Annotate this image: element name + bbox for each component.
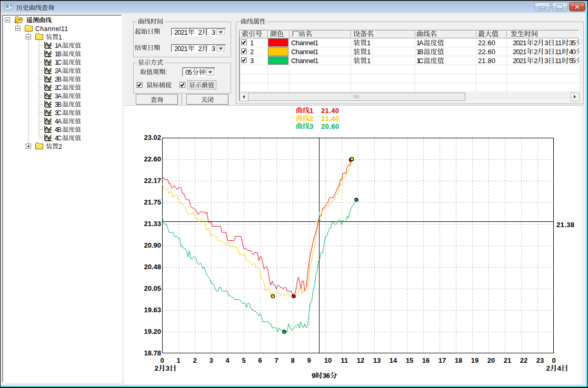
svg-text:23: 23 (536, 356, 544, 364)
svg-text:11: 11 (555, 48, 562, 56)
svg-text:2: 2 (198, 45, 202, 53)
svg-text:22: 22 (520, 356, 527, 364)
svg-text:1A: 1A (55, 42, 62, 49)
svg-text:16: 16 (422, 356, 430, 364)
svg-text:2C: 2C (55, 84, 62, 91)
svg-text:0: 0 (160, 356, 164, 364)
svg-text:2: 2 (534, 57, 538, 65)
svg-text:12: 12 (357, 356, 364, 364)
svg-text:Channel1: Channel1 (291, 48, 318, 56)
svg-text:3: 3 (544, 57, 549, 65)
svg-text:7: 7 (274, 356, 278, 364)
svg-text:1: 1 (58, 34, 62, 41)
svg-text:2: 2 (534, 39, 538, 47)
svg-text:1C: 1C (416, 57, 424, 65)
svg-text:19.20: 19.20 (144, 328, 161, 335)
svg-text:1: 1 (250, 39, 254, 47)
svg-text:1: 1 (367, 57, 371, 65)
svg-text:3: 3 (544, 39, 549, 47)
svg-text:5: 5 (242, 356, 245, 364)
svg-text:11: 11 (341, 356, 348, 364)
svg-text:2: 2 (193, 356, 196, 364)
svg-text:22.17: 22.17 (144, 177, 161, 185)
svg-text:3B: 3B (55, 101, 62, 108)
svg-text:17: 17 (438, 356, 446, 364)
svg-text:3: 3 (212, 45, 215, 53)
svg-text:11: 11 (555, 57, 562, 65)
svg-text:21.38: 21.38 (556, 221, 574, 229)
svg-text:22.60: 22.60 (144, 155, 161, 163)
svg-text:2: 2 (155, 364, 159, 372)
svg-text:2021: 2021 (174, 28, 188, 36)
svg-text:2: 2 (58, 143, 62, 150)
svg-text:2: 2 (534, 48, 538, 56)
svg-text:22.60: 22.60 (478, 48, 495, 56)
svg-text:20.05: 20.05 (144, 284, 161, 292)
svg-text:18: 18 (455, 356, 462, 364)
svg-text:2: 2 (310, 115, 313, 122)
svg-text:2021: 2021 (174, 45, 188, 53)
svg-text:3A: 3A (55, 93, 62, 100)
svg-text:4: 4 (225, 356, 230, 364)
svg-text:36: 36 (323, 372, 331, 380)
svg-text:4: 4 (557, 364, 562, 372)
svg-text:2021: 2021 (513, 48, 526, 56)
svg-text:Channel11: Channel11 (35, 25, 68, 33)
svg-text:21.33: 21.33 (144, 220, 161, 228)
svg-text:21.40: 21.40 (321, 107, 339, 115)
svg-text:40: 40 (569, 48, 576, 56)
svg-text:05: 05 (185, 68, 192, 76)
svg-text:3: 3 (212, 28, 215, 36)
svg-text:11: 11 (555, 39, 562, 47)
svg-text:3: 3 (250, 57, 254, 65)
svg-text:35: 35 (569, 39, 576, 47)
svg-text:1: 1 (310, 107, 313, 115)
svg-text:2A: 2A (55, 67, 62, 75)
svg-text:22.60: 22.60 (478, 39, 495, 47)
svg-text:19.63: 19.63 (144, 306, 161, 314)
svg-text:Channel1: Channel1 (291, 57, 318, 65)
svg-text:3: 3 (544, 48, 549, 56)
svg-text:1: 1 (367, 48, 371, 56)
svg-text:1: 1 (176, 356, 180, 364)
svg-text:19: 19 (471, 356, 479, 364)
svg-text:20: 20 (487, 356, 495, 364)
svg-text:3: 3 (310, 122, 313, 130)
svg-text:20.48: 20.48 (144, 263, 161, 271)
svg-text:2021: 2021 (513, 39, 526, 47)
svg-text:21: 21 (504, 356, 511, 364)
svg-text:4A: 4A (55, 118, 62, 125)
svg-text:15: 15 (406, 356, 413, 364)
svg-text:23.02: 23.02 (144, 134, 161, 141)
svg-text:9: 9 (307, 356, 311, 364)
svg-text:9: 9 (312, 372, 316, 380)
svg-text:14: 14 (390, 356, 397, 364)
svg-text:1B: 1B (416, 48, 424, 56)
svg-text:3: 3 (209, 356, 213, 364)
svg-text::: : (165, 68, 167, 76)
svg-text:3: 3 (166, 364, 170, 372)
svg-text:20.90: 20.90 (144, 241, 161, 249)
svg-text:4B: 4B (55, 126, 62, 134)
svg-text:21.80: 21.80 (478, 57, 495, 65)
svg-text:1B: 1B (55, 50, 62, 58)
svg-text:Channel1: Channel1 (291, 39, 318, 47)
svg-text:0: 0 (552, 356, 555, 364)
svg-text:8: 8 (291, 356, 294, 364)
svg-text:18.78: 18.78 (144, 349, 161, 357)
svg-text:2: 2 (250, 48, 254, 56)
svg-text:2021: 2021 (513, 57, 526, 65)
svg-text:1C: 1C (55, 59, 62, 66)
svg-text:2B: 2B (55, 76, 62, 83)
svg-text:20.60: 20.60 (321, 122, 339, 130)
svg-text:6: 6 (258, 356, 262, 364)
svg-text:21.75: 21.75 (144, 198, 161, 206)
svg-text:21.40: 21.40 (321, 115, 339, 122)
svg-text:10: 10 (324, 356, 332, 364)
svg-text:55: 55 (569, 57, 576, 65)
svg-text:2: 2 (198, 28, 202, 36)
svg-text:1A: 1A (416, 39, 424, 47)
svg-text:4C: 4C (55, 135, 62, 142)
svg-text:3C: 3C (55, 109, 62, 117)
svg-text:13: 13 (373, 356, 381, 364)
